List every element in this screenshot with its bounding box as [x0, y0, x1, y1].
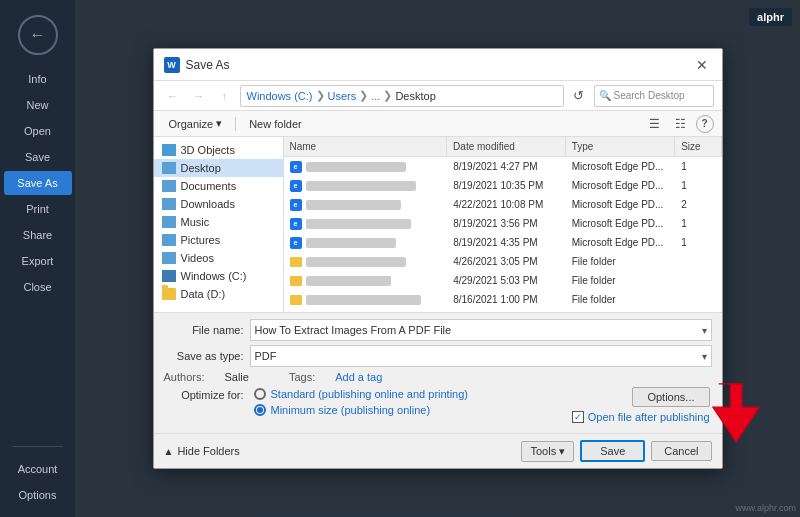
- file-date: 8/19/2021 3:56 PM: [447, 218, 566, 229]
- save-button[interactable]: Save: [580, 440, 645, 462]
- table-row[interactable]: 8/16/2021 1:00 PM File folder: [284, 290, 722, 309]
- refresh-button[interactable]: ↺: [568, 85, 590, 107]
- sidebar-item-options[interactable]: Options: [4, 483, 72, 507]
- breadcrumb: Windows (C:) ❯ Users ❯ ... ❯ Desktop: [240, 85, 564, 107]
- file-name-blurred: [306, 257, 406, 267]
- tags-row: Authors: Salie Tags: Add a tag: [164, 371, 712, 383]
- filename-label: File name:: [164, 324, 244, 336]
- table-row[interactable]: e 8/19/2021 4:27 PM Microsoft Edge PD...…: [284, 157, 722, 176]
- add-tag-link[interactable]: Add a tag: [335, 371, 382, 383]
- breadcrumb-item-windows[interactable]: Windows (C:): [247, 90, 313, 102]
- folder-data-d[interactable]: Data (D:): [154, 285, 283, 303]
- sidebar-item-account[interactable]: Account: [4, 457, 72, 481]
- sidebar-item-print[interactable]: Print: [4, 197, 72, 221]
- folder-file-icon: [290, 276, 302, 286]
- file-size: 1: [675, 161, 721, 172]
- table-row[interactable]: e 8/19/2021 4:35 PM Microsoft Edge PD...…: [284, 233, 722, 252]
- organize-button[interactable]: Organize ▾: [162, 114, 230, 133]
- filename-input[interactable]: How To Extract Images From A PDF File ▾: [250, 319, 712, 341]
- folder-icon: [162, 162, 176, 174]
- optimize-options: Standard (publishing online and printing…: [254, 387, 469, 423]
- file-size: 1: [675, 237, 721, 248]
- optimize-label: Optimize for:: [164, 387, 244, 423]
- file-name-blurred: [306, 219, 411, 229]
- breadcrumb-item-desktop: Desktop: [395, 90, 435, 102]
- folder-3d-objects[interactable]: 3D Objects: [154, 141, 283, 159]
- standard-radio[interactable]: [254, 388, 266, 400]
- word-icon: W: [164, 57, 180, 73]
- authors-value: Salie: [224, 371, 248, 383]
- sidebar-item-info[interactable]: Info: [4, 67, 72, 91]
- file-date: 8/19/2021 10:35 PM: [447, 180, 566, 191]
- optimize-standard-option[interactable]: Standard (publishing online and printing…: [254, 387, 469, 401]
- savetype-input[interactable]: PDF ▾: [250, 345, 712, 367]
- dialog-close-button[interactable]: ✕: [692, 55, 712, 75]
- sidebar-item-save[interactable]: Save: [4, 145, 72, 169]
- footer-right: Tools ▾ Save Cancel: [521, 440, 711, 462]
- optimize-minimum-option[interactable]: Minimum size (publishing online): [254, 403, 469, 417]
- new-folder-button[interactable]: New folder: [242, 115, 309, 133]
- toolbar-right: ☰ ☷ ?: [644, 114, 714, 134]
- file-size: 2: [675, 199, 721, 210]
- breadcrumb-item-ellipsis[interactable]: ...: [371, 90, 380, 102]
- file-list-header: Name Date modified Type Size: [284, 137, 722, 157]
- folder-music[interactable]: Music: [154, 213, 283, 231]
- red-arrow-annotation: [707, 378, 777, 448]
- table-row[interactable]: 4/26/2021 3:05 PM File folder: [284, 252, 722, 271]
- open-after-checkbox[interactable]: ✓: [572, 411, 584, 423]
- folder-desktop[interactable]: Desktop: [154, 159, 283, 177]
- minimum-radio[interactable]: [254, 404, 266, 416]
- dialog-nav: ← → ↑ Windows (C:) ❯ Users ❯ ... ❯ Deskt…: [154, 81, 722, 111]
- open-after-label: Open file after publishing: [588, 411, 710, 423]
- col-size-header[interactable]: Size: [675, 137, 721, 156]
- help-button[interactable]: ?: [696, 115, 714, 133]
- tags-label: Tags:: [289, 371, 315, 383]
- dialog-footer: ▲ Hide Folders Tools ▾ Save Cancel: [154, 433, 722, 468]
- nav-up-button[interactable]: ↑: [214, 85, 236, 107]
- file-date: 8/19/2021 4:27 PM: [447, 161, 566, 172]
- file-type: File folder: [566, 256, 676, 267]
- hide-folders-button[interactable]: ▲ Hide Folders: [164, 445, 240, 457]
- sidebar-item-close[interactable]: Close: [4, 275, 72, 299]
- search-box[interactable]: 🔍 Search Desktop: [594, 85, 714, 107]
- sidebar-item-saveas[interactable]: Save As: [4, 171, 72, 195]
- cancel-button[interactable]: Cancel: [651, 441, 711, 461]
- file-type: Microsoft Edge PD...: [566, 218, 676, 229]
- dialog-titlebar: W Save As ✕: [154, 49, 722, 81]
- sidebar-item-share[interactable]: Share: [4, 223, 72, 247]
- col-date-header[interactable]: Date modified: [447, 137, 566, 156]
- nav-forward-button[interactable]: →: [188, 85, 210, 107]
- col-name-header[interactable]: Name: [284, 137, 448, 156]
- tools-button[interactable]: Tools ▾: [521, 441, 574, 462]
- savetype-label: Save as type:: [164, 350, 244, 362]
- sidebar-item-open[interactable]: Open: [4, 119, 72, 143]
- table-row[interactable]: e 8/19/2021 10:35 PM Microsoft Edge PD..…: [284, 176, 722, 195]
- back-button[interactable]: ←: [18, 15, 58, 55]
- dialog-content: 3D Objects Desktop Documents Downloads M…: [154, 137, 722, 312]
- folder-icon: [162, 234, 176, 246]
- folder-windows-c[interactable]: Windows (C:): [154, 267, 283, 285]
- search-icon: 🔍: [599, 90, 611, 101]
- file-type: Microsoft Edge PD...: [566, 199, 676, 210]
- folder-icon: [162, 144, 176, 156]
- table-row[interactable]: e 8/19/2021 3:56 PM Microsoft Edge PD...…: [284, 214, 722, 233]
- table-row[interactable]: e 4/22/2021 10:08 PM Microsoft Edge PD..…: [284, 195, 722, 214]
- sidebar-item-new[interactable]: New: [4, 93, 72, 117]
- view-list-button[interactable]: ☷: [670, 114, 692, 134]
- table-row[interactable]: 4/29/2021 5:03 PM File folder: [284, 271, 722, 290]
- optimize-right: Options... ✓ Open file after publishing: [572, 387, 712, 423]
- file-type: File folder: [566, 294, 676, 305]
- folder-documents[interactable]: Documents: [154, 177, 283, 195]
- col-type-header[interactable]: Type: [566, 137, 676, 156]
- folder-videos[interactable]: Videos: [154, 249, 283, 267]
- breadcrumb-item-users[interactable]: Users: [328, 90, 357, 102]
- folder-pictures[interactable]: Pictures: [154, 231, 283, 249]
- view-toggle-button[interactable]: ☰: [644, 114, 666, 134]
- file-date: 4/26/2021 3:05 PM: [447, 256, 566, 267]
- folder-downloads[interactable]: Downloads: [154, 195, 283, 213]
- options-button[interactable]: Options...: [632, 387, 709, 407]
- sidebar-item-export[interactable]: Export: [4, 249, 72, 273]
- file-type: Microsoft Edge PD...: [566, 237, 676, 248]
- organize-chevron-icon: ▾: [216, 117, 222, 130]
- nav-back-button[interactable]: ←: [162, 85, 184, 107]
